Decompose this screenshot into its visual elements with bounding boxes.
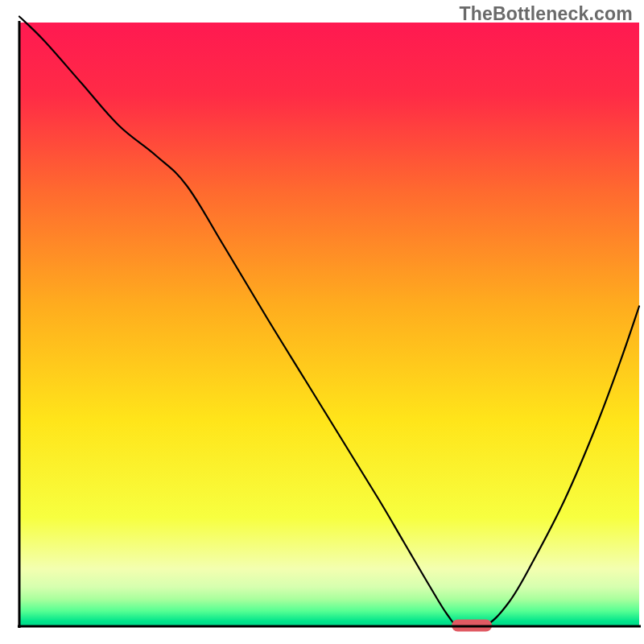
chart-canvas [0, 0, 644, 644]
watermark-text: TheBottleneck.com [459, 3, 633, 25]
bottleneck-chart: TheBottleneck.com [0, 0, 644, 644]
